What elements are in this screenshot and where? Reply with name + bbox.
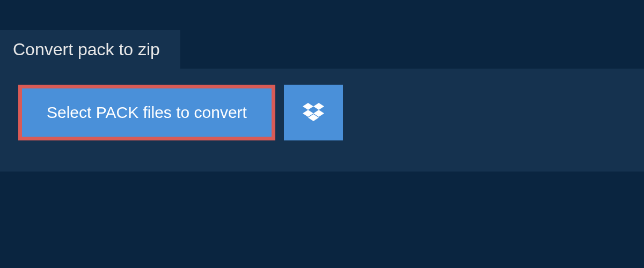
select-files-label: Select PACK files to convert <box>47 103 247 122</box>
dropbox-button[interactable] <box>284 85 343 140</box>
select-files-button[interactable]: Select PACK files to convert <box>18 85 275 140</box>
tab-label: Convert pack to zip <box>13 40 160 59</box>
tab-convert-pack-to-zip[interactable]: Convert pack to zip <box>0 30 180 69</box>
dropbox-icon <box>303 103 324 122</box>
